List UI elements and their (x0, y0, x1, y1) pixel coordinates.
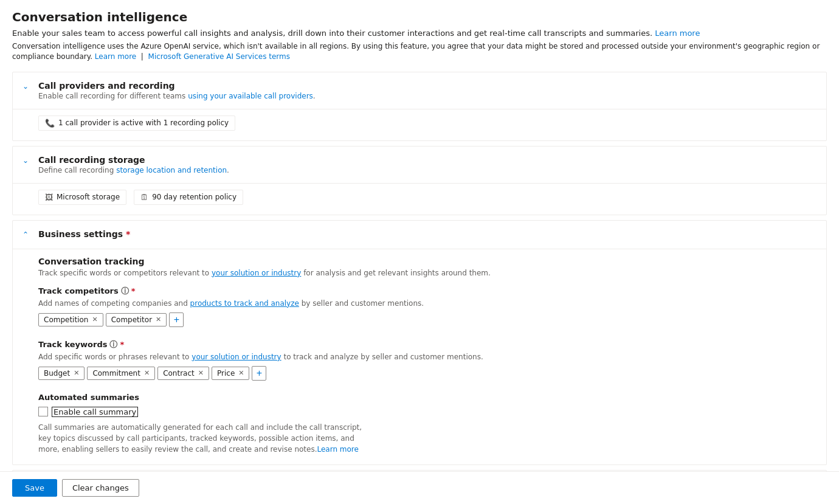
enable-call-summary-label[interactable]: Enable call summary (52, 407, 138, 417)
call-storage-tag2: 🗓 90 day retention policy (134, 190, 243, 205)
track-keywords-label: Track keywords ⓘ * (38, 339, 817, 350)
page-container: Conversation intelligence Enable your sa… (0, 0, 839, 504)
page-description: Enable your sales team to access powerfu… (12, 28, 827, 39)
chip-contract: Contract ✕ (157, 367, 209, 380)
business-settings-body: Conversation tracking Track specific wor… (13, 249, 826, 464)
business-settings-chevron: ⌃ (22, 230, 31, 239)
call-storage-subtitle: Define call recording storage location a… (38, 166, 229, 174)
enable-call-summary-checkbox[interactable] (38, 407, 48, 416)
azure-terms-link[interactable]: Microsoft Generative AI Services terms (148, 52, 290, 61)
page-title: Conversation intelligence (12, 10, 827, 24)
chip-commitment: Commitment ✕ (87, 367, 155, 380)
chip-budget-remove[interactable]: ✕ (74, 369, 79, 377)
track-competitors-info-icon: ⓘ (121, 286, 129, 297)
call-providers-header[interactable]: ⌄ Call providers and recording Enable ca… (13, 72, 826, 109)
call-storage-body: 🖼 Microsoft storage 🗓 90 day retention p… (13, 183, 826, 215)
competitors-chips-row: Competition ✕ Competitor ✕ + (38, 312, 817, 327)
call-storage-header[interactable]: ⌄ Call recording storage Define call rec… (13, 147, 826, 183)
track-competitors-required: * (131, 286, 136, 295)
call-providers-subtitle-link[interactable]: using your available call providers (188, 92, 313, 100)
business-settings-section: ⌃ Business settings * Conversation track… (12, 220, 827, 465)
footer-bar: Save Clear changes (0, 471, 839, 504)
azure-learn-more-link[interactable]: Learn more (95, 52, 136, 61)
required-indicator: * (126, 229, 130, 239)
conversation-tracking-title: Conversation tracking (38, 257, 817, 266)
call-storage-chevron: ⌄ (22, 156, 31, 165)
clear-changes-button[interactable]: Clear changes (62, 479, 139, 497)
call-providers-chevron: ⌄ (22, 82, 31, 91)
call-providers-tag: 📞 1 call provider is active with 1 recor… (38, 116, 235, 131)
track-competitors-label: Track competitors ⓘ * (38, 286, 817, 297)
azure-notice: Conversation intelligence uses the Azure… (12, 41, 827, 62)
chip-competition-remove[interactable]: ✕ (92, 316, 97, 323)
call-storage-tag1: 🖼 Microsoft storage (38, 190, 126, 205)
call-storage-section: ⌄ Call recording storage Define call rec… (12, 146, 827, 215)
call-providers-body: 📞 1 call provider is active with 1 recor… (13, 109, 826, 140)
business-settings-title: Business settings * (38, 229, 130, 239)
phone-icon: 📞 (45, 119, 55, 128)
add-competitor-button[interactable]: + (169, 312, 184, 327)
add-keyword-button[interactable]: + (252, 366, 266, 381)
page-learn-more-link[interactable]: Learn more (655, 29, 700, 38)
chip-price: Price ✕ (212, 367, 250, 380)
track-keywords-block: Track keywords ⓘ * Add specific words or… (38, 339, 817, 381)
call-providers-title: Call providers and recording (38, 81, 316, 91)
chip-commitment-remove[interactable]: ✕ (144, 369, 150, 377)
storage-icon: 🖼 (45, 193, 53, 202)
track-keywords-info-icon: ⓘ (109, 339, 117, 350)
chip-competition: Competition ✕ (38, 313, 103, 326)
track-keywords-desc: Add specific words or phrases relevant t… (38, 353, 817, 361)
automated-summaries-desc: Call summaries are automatically generat… (38, 422, 367, 455)
conversation-tracking-desc: Track specific words or competitors rele… (38, 269, 817, 277)
call-storage-title: Call recording storage (38, 155, 229, 165)
call-providers-subtitle: Enable call recording for different team… (38, 92, 316, 100)
chip-budget: Budget ✕ (38, 367, 85, 380)
automated-summaries-block: Automated summaries Enable call summary … (38, 393, 817, 455)
calendar-icon: 🗓 (140, 193, 148, 202)
chip-competitor-remove[interactable]: ✕ (156, 316, 161, 323)
business-settings-header[interactable]: ⌃ Business settings * (13, 221, 826, 249)
call-storage-subtitle-link[interactable]: storage location and retention (116, 166, 227, 174)
chip-contract-remove[interactable]: ✕ (198, 369, 204, 377)
track-keywords-required: * (120, 340, 124, 349)
automated-summaries-learn-more[interactable]: Learn more (317, 445, 358, 454)
chip-price-remove[interactable]: ✕ (238, 369, 244, 377)
track-competitors-desc: Add names of competing companies and pro… (38, 299, 817, 308)
save-button[interactable]: Save (12, 479, 57, 497)
track-competitors-block: Track competitors ⓘ * Add names of compe… (38, 286, 817, 327)
keywords-chips-row: Budget ✕ Commitment ✕ Contract ✕ Price ✕ (38, 366, 817, 381)
chip-competitor: Competitor ✕ (106, 313, 167, 326)
call-providers-section: ⌄ Call providers and recording Enable ca… (12, 72, 827, 141)
enable-call-summary-row: Enable call summary (38, 407, 817, 417)
automated-summaries-title: Automated summaries (38, 393, 817, 402)
